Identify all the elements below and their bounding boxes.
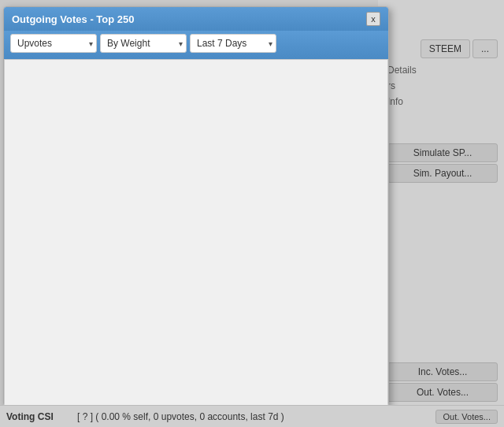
bottom-bar: Voting CSI [ ? ] ( 0.00 % self, 0 upvote… bbox=[0, 405, 504, 427]
rs-label: rs bbox=[387, 79, 498, 93]
details-label: Details bbox=[387, 63, 498, 77]
filter2-wrapper: By Weight By Count By Value bbox=[100, 34, 187, 53]
modal-close-button[interactable]: x bbox=[366, 12, 380, 26]
simulate-sp-button[interactable]: Simulate SP... bbox=[387, 143, 498, 162]
filter3-select[interactable]: Last 7 Days Last 30 Days All Time bbox=[190, 34, 276, 53]
filter3-wrapper: Last 7 Days Last 30 Days All Time bbox=[190, 34, 276, 53]
sim-payout-button[interactable]: Sim. Payout... bbox=[387, 164, 498, 183]
out-votes-button[interactable]: Out. Votes... bbox=[387, 383, 498, 402]
inc-votes-button[interactable]: Inc. Votes... bbox=[387, 362, 498, 381]
steem-button[interactable]: STEEM bbox=[421, 39, 470, 58]
voting-csi-label: Voting CSI bbox=[6, 411, 77, 422]
voting-csi-info: [ ? ] ( 0.00 % self, 0 upvotes, 0 accoun… bbox=[77, 411, 435, 422]
modal-toolbar: Upvotes Downvotes All Votes By Weight By… bbox=[4, 31, 388, 59]
bg-panel: STEEM ... Details rs Info Simulate SP...… bbox=[378, 0, 504, 427]
outgoing-votes-modal: Outgoing Votes - Top 250 x Upvotes Downv… bbox=[3, 6, 389, 407]
modal-body bbox=[4, 59, 388, 406]
filter2-select[interactable]: By Weight By Count By Value bbox=[100, 34, 187, 53]
filter1-wrapper: Upvotes Downvotes All Votes bbox=[10, 34, 97, 53]
modal-header: Outgoing Votes - Top 250 x bbox=[4, 7, 388, 31]
modal-title: Outgoing Votes - Top 250 bbox=[12, 13, 135, 25]
steem-row: STEEM ... bbox=[421, 39, 498, 58]
bottom-out-votes-button[interactable]: Out. Votes... bbox=[435, 410, 498, 424]
info-label: Info bbox=[387, 95, 498, 109]
filter1-select[interactable]: Upvotes Downvotes All Votes bbox=[10, 34, 97, 53]
more-button[interactable]: ... bbox=[472, 39, 498, 58]
